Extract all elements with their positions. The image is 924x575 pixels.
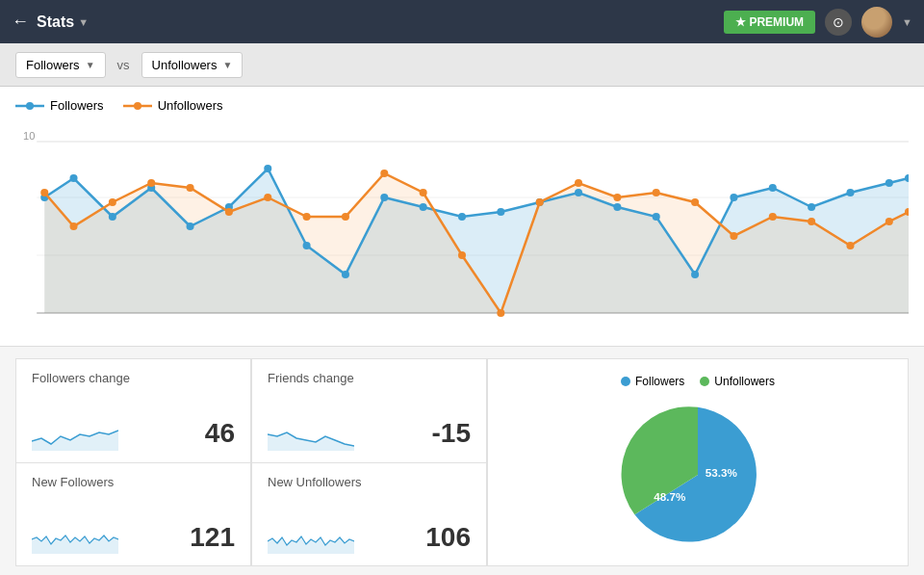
svg-point-38	[147, 179, 155, 187]
header-left: ← Stats ▼	[12, 12, 89, 32]
svg-marker-61	[32, 536, 118, 554]
svg-point-53	[730, 232, 737, 240]
unfollowers-line-icon	[123, 100, 152, 112]
svg-point-22	[458, 213, 466, 221]
svg-point-17	[264, 165, 271, 172]
svg-point-25	[575, 189, 582, 196]
svg-point-15	[187, 222, 194, 230]
svg-point-31	[808, 203, 815, 211]
new-followers-sparkline	[32, 520, 118, 554]
metric2-dropdown[interactable]: Unfollowers ▼	[141, 52, 244, 78]
svg-point-43	[342, 213, 349, 221]
svg-point-52	[691, 198, 699, 206]
svg-point-1	[26, 102, 34, 110]
pie-unfollowers-pct-text: 48.7%	[654, 490, 686, 503]
friends-change-row: -15	[268, 417, 471, 451]
metric1-arrow-icon: ▼	[86, 60, 95, 70]
svg-point-37	[109, 198, 116, 206]
pie-legend: Followers Unfollowers	[621, 375, 775, 388]
new-followers-row: 121	[32, 520, 235, 554]
friends-change-value: -15	[432, 418, 471, 449]
svg-point-19	[342, 271, 349, 278]
friends-change-label: Friends change	[268, 371, 471, 385]
svg-point-13	[109, 213, 116, 221]
svg-point-28	[691, 271, 699, 278]
legend-unfollowers: Unfollowers	[123, 98, 223, 113]
svg-point-21	[420, 203, 427, 211]
svg-point-3	[134, 102, 141, 110]
svg-point-45	[420, 189, 427, 196]
svg-point-36	[69, 222, 77, 230]
new-unfollowers-card: New Unfollowers 106	[251, 463, 487, 567]
header-right: ★ PREMIUM ⊙ ▼	[724, 7, 912, 38]
svg-point-40	[225, 208, 233, 216]
refresh-icon[interactable]: ⊙	[825, 9, 852, 36]
account-dropdown-arrow[interactable]: ▼	[902, 16, 912, 28]
controls-bar: Followers ▼ vs Unfollowers ▼	[0, 43, 924, 87]
pie-unfollowers-label: Unfollowers	[714, 375, 775, 388]
followers-change-label: Followers change	[32, 371, 235, 385]
back-button[interactable]: ←	[12, 12, 29, 32]
svg-point-57	[886, 218, 893, 225]
new-unfollowers-sparkline	[268, 520, 354, 554]
pie-followers-pct-text: 53.3%	[706, 466, 738, 479]
chart-legend: Followers Unfollowers	[15, 98, 909, 113]
pie-chart: 53.3% 48.7%	[611, 400, 784, 550]
vs-label: vs	[117, 58, 130, 72]
svg-point-51	[653, 189, 660, 196]
svg-point-49	[575, 179, 582, 187]
stats-section: Followers change 46 Friends change -15	[0, 347, 924, 575]
metric1-dropdown[interactable]: Followers ▼	[15, 52, 106, 78]
friends-change-sparkline	[268, 417, 354, 451]
svg-point-18	[303, 242, 311, 249]
svg-point-41	[264, 194, 271, 201]
svg-point-46	[458, 251, 466, 259]
svg-point-44	[380, 170, 388, 177]
header-title: Stats ▼	[37, 13, 89, 31]
svg-point-39	[187, 184, 194, 192]
header: ← Stats ▼ ★ PREMIUM ⊙ ▼	[0, 0, 924, 43]
title-text: Stats	[37, 13, 74, 31]
metric2-arrow-icon: ▼	[222, 60, 232, 70]
svg-point-33	[886, 179, 893, 187]
chart-area: Followers Unfollowers 10	[0, 87, 924, 347]
legend-unfollowers-label: Unfollowers	[158, 98, 223, 113]
new-unfollowers-value: 106	[425, 522, 471, 553]
svg-point-55	[808, 218, 815, 225]
svg-point-47	[497, 309, 504, 317]
followers-change-sparkline	[32, 417, 118, 451]
svg-point-54	[769, 213, 777, 221]
svg-point-56	[846, 242, 854, 249]
new-unfollowers-label: New Unfollowers	[268, 475, 471, 489]
stat-cards: Followers change 46 Friends change -15	[15, 358, 487, 566]
svg-point-30	[769, 184, 777, 192]
followers-change-value: 46	[205, 418, 235, 449]
legend-followers-label: Followers	[50, 98, 104, 113]
svg-marker-60	[268, 432, 354, 451]
pie-chart-area: Followers Unfollowers 53.3% 48.7%	[487, 358, 909, 566]
new-followers-value: 121	[190, 522, 235, 553]
svg-point-23	[497, 208, 504, 216]
svg-point-20	[380, 194, 388, 201]
new-followers-card: New Followers 121	[15, 463, 251, 567]
pie-legend-followers: Followers	[621, 375, 684, 388]
friends-change-card: Friends change -15	[251, 358, 487, 463]
title-arrow-icon[interactable]: ▼	[78, 16, 89, 28]
svg-point-50	[613, 194, 621, 201]
svg-point-12	[69, 174, 77, 182]
svg-point-26	[613, 203, 621, 211]
svg-text:10: 10	[23, 130, 35, 142]
followers-line-icon	[15, 100, 44, 112]
avatar[interactable]	[861, 7, 892, 38]
unfollowers-dot	[700, 377, 709, 386]
metric2-label: Unfollowers	[152, 58, 218, 72]
metric1-label: Followers	[26, 58, 80, 72]
premium-button[interactable]: ★ PREMIUM	[724, 11, 815, 34]
svg-point-35	[40, 189, 48, 196]
pie-legend-unfollowers: Unfollowers	[700, 375, 775, 388]
svg-point-32	[846, 189, 854, 196]
svg-point-42	[303, 213, 311, 221]
followers-change-card: Followers change 46	[15, 358, 251, 463]
svg-point-29	[730, 194, 737, 201]
main-chart: 10	[15, 120, 909, 323]
